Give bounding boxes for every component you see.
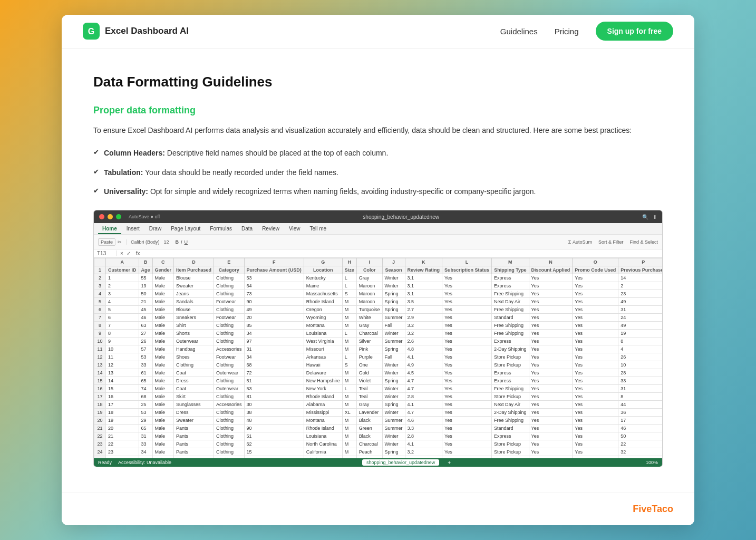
ss-cell-11-5[interactable]: 31 bbox=[244, 345, 304, 353]
ss-cell-16-0[interactable]: 15 bbox=[106, 385, 139, 393]
ss-cell-12-1[interactable]: 53 bbox=[139, 353, 152, 361]
ss-tab-view[interactable]: View bbox=[285, 224, 305, 234]
ss-tab-tellme[interactable]: Tell me bbox=[305, 224, 331, 234]
ss-maximize-dot[interactable] bbox=[116, 214, 121, 219]
ss-cell-20-10[interactable]: 4.6 bbox=[405, 417, 442, 425]
ss-cell-23-1[interactable]: 33 bbox=[139, 440, 152, 448]
ss-cell-17-3[interactable]: Skirt bbox=[174, 393, 214, 401]
ss-cell-9-11[interactable]: Yes bbox=[442, 330, 492, 338]
ss-cell-18-7[interactable]: M bbox=[342, 401, 356, 409]
ss-cell-19-4[interactable]: Clothing bbox=[214, 409, 245, 417]
ss-cell-6-2[interactable]: Male bbox=[152, 306, 174, 314]
ss-sort-filter-btn[interactable]: Sort & Filter bbox=[598, 239, 624, 245]
ss-cell-21-6[interactable]: Rhode Island bbox=[304, 425, 342, 432]
ss-cell-3-9[interactable]: Winter bbox=[382, 282, 405, 290]
ss-cell-18-10[interactable]: 4.1 bbox=[405, 401, 442, 409]
ss-cell-18-0[interactable]: 17 bbox=[106, 401, 139, 409]
ss-cell-15-8[interactable]: Violet bbox=[356, 377, 382, 385]
ss-cell-22-11[interactable]: Yes bbox=[442, 432, 492, 440]
ss-cell-19-15[interactable]: 36 bbox=[618, 409, 662, 417]
ss-cell-11-1[interactable]: 57 bbox=[139, 345, 152, 353]
ss-cell-18-11[interactable]: Yes bbox=[442, 401, 492, 409]
ss-cell-6-5[interactable]: 49 bbox=[244, 306, 304, 314]
ss-cell-11-6[interactable]: Missouri bbox=[304, 345, 342, 353]
ss-cell-20-4[interactable]: Clothing bbox=[214, 417, 245, 425]
ss-cell-19-2[interactable]: Male bbox=[152, 409, 174, 417]
ss-cell-13-3[interactable]: Clothing bbox=[174, 361, 214, 369]
ss-cell-14-12[interactable]: Express bbox=[492, 369, 529, 377]
ss-cell-5-9[interactable]: Spring bbox=[382, 298, 405, 306]
ss-cell-9-13[interactable]: Yes bbox=[529, 330, 573, 338]
ss-cell-18-6[interactable]: Alabama bbox=[304, 401, 342, 409]
ss-col-H[interactable]: H bbox=[342, 258, 356, 266]
ss-cell-14-15[interactable]: 28 bbox=[618, 369, 662, 377]
ss-cell-15-7[interactable]: M bbox=[342, 377, 356, 385]
ss-cell-13-5[interactable]: 68 bbox=[244, 361, 304, 369]
ss-cell-4-1[interactable]: 50 bbox=[139, 290, 152, 298]
ss-cell-9-9[interactable]: Winter bbox=[382, 330, 405, 338]
ss-cell-21-12[interactable]: Standard bbox=[492, 425, 529, 432]
ss-add-sheet[interactable]: + bbox=[448, 460, 451, 466]
ss-cell-23-15[interactable]: 22 bbox=[618, 440, 662, 448]
ss-cell-18-15[interactable]: 44 bbox=[618, 401, 662, 409]
ss-cell-23-10[interactable]: 4.1 bbox=[405, 440, 442, 448]
ss-cell-2-5[interactable]: 53 bbox=[244, 274, 304, 282]
ss-cell-17-11[interactable]: Yes bbox=[442, 393, 492, 401]
ss-cell-11-0[interactable]: 10 bbox=[106, 345, 139, 353]
ss-cell-7-15[interactable]: 24 bbox=[618, 314, 662, 322]
ss-cell-24-6[interactable]: California bbox=[304, 448, 342, 456]
ss-paste-btn[interactable]: Paste bbox=[98, 238, 115, 246]
ss-cell-13-2[interactable]: Male bbox=[152, 361, 174, 369]
ss-cell-23-12[interactable]: Store Pickup bbox=[492, 440, 529, 448]
ss-cell-17-8[interactable]: Teal bbox=[356, 393, 382, 401]
ss-cell-4-12[interactable]: Free Shipping bbox=[492, 290, 529, 298]
ss-cell-20-13[interactable]: Yes bbox=[529, 417, 573, 425]
ss-cell-23-9[interactable]: Winter bbox=[382, 440, 405, 448]
ss-cell-13-15[interactable]: 10 bbox=[618, 361, 662, 369]
ss-cell-10-7[interactable]: M bbox=[342, 338, 356, 345]
ss-cell-20-1[interactable]: 29 bbox=[139, 417, 152, 425]
ss-cell-13-7[interactable]: S bbox=[342, 361, 356, 369]
ss-cell-6-9[interactable]: Spring bbox=[382, 306, 405, 314]
ss-cell-5-10[interactable]: 3.5 bbox=[405, 298, 442, 306]
ss-cell-13-8[interactable]: One bbox=[356, 361, 382, 369]
ss-cell-23-0[interactable]: 22 bbox=[106, 440, 139, 448]
ss-cell-11-3[interactable]: Handbag bbox=[174, 345, 214, 353]
ss-cell-12-9[interactable]: Fall bbox=[382, 353, 405, 361]
ss-cell-14-1[interactable]: 61 bbox=[139, 369, 152, 377]
ss-cell-15-13[interactable]: Yes bbox=[529, 377, 573, 385]
ss-cell-15-10[interactable]: 4.7 bbox=[405, 377, 442, 385]
ss-cell-20-2[interactable]: Male bbox=[152, 417, 174, 425]
ss-cell-4-14[interactable]: Yes bbox=[573, 290, 618, 298]
ss-cell-10-12[interactable]: Express bbox=[492, 338, 529, 345]
ss-cell-19-13[interactable]: Yes bbox=[529, 409, 573, 417]
ss-cell-19-8[interactable]: Lavender bbox=[356, 409, 382, 417]
ss-cell-21-4[interactable]: Clothing bbox=[214, 425, 245, 432]
ss-col-E[interactable]: E bbox=[214, 258, 245, 266]
ss-cell-24-9[interactable]: Spring bbox=[382, 448, 405, 456]
ss-cell-8-8[interactable]: Gray bbox=[356, 322, 382, 330]
ss-cell-20-9[interactable]: Summer bbox=[382, 417, 405, 425]
ss-cell-8-1[interactable]: 63 bbox=[139, 322, 152, 330]
ss-cell-8-0[interactable]: 7 bbox=[106, 322, 139, 330]
ss-cell-6-8[interactable]: Turquoise bbox=[356, 306, 382, 314]
ss-cell-11-11[interactable]: Yes bbox=[442, 345, 492, 353]
ss-cell-10-6[interactable]: West Virginia bbox=[304, 338, 342, 345]
ss-cell-16-1[interactable]: 74 bbox=[139, 385, 152, 393]
ss-cell-13-0[interactable]: 12 bbox=[106, 361, 139, 369]
ss-cell-14-13[interactable]: Yes bbox=[529, 369, 573, 377]
ss-cell-9-15[interactable]: 19 bbox=[618, 330, 662, 338]
ss-search-icon[interactable]: 🔍 bbox=[642, 214, 648, 220]
ss-cell-4-0[interactable]: 3 bbox=[106, 290, 139, 298]
ss-share-icon[interactable]: ⬆ bbox=[653, 214, 657, 220]
ss-col-N[interactable]: N bbox=[529, 258, 573, 266]
ss-cell-15-9[interactable]: Spring bbox=[382, 377, 405, 385]
ss-cell-8-10[interactable]: 3.2 bbox=[405, 322, 442, 330]
ss-cell-18-5[interactable]: 30 bbox=[244, 401, 304, 409]
ss-cell-5-12[interactable]: Next Day Air bbox=[492, 298, 529, 306]
ss-cell-18-12[interactable]: Next Day Air bbox=[492, 401, 529, 409]
ss-cell-10-0[interactable]: 9 bbox=[106, 338, 139, 345]
ss-cell-15-3[interactable]: Dress bbox=[174, 377, 214, 385]
ss-cell-12-12[interactable]: Store Pickup bbox=[492, 353, 529, 361]
ss-cell-5-8[interactable]: Maroon bbox=[356, 298, 382, 306]
